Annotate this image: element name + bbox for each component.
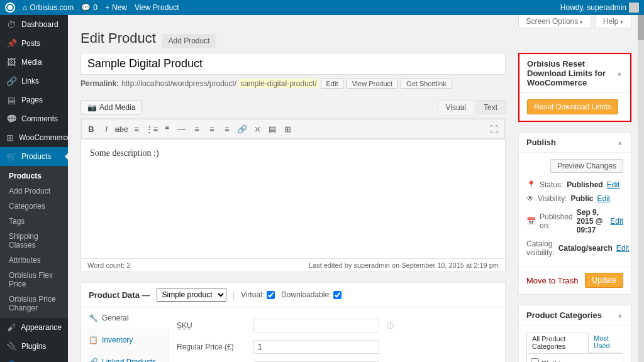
category-list[interactable]: Clothing Hoodies T-shirts Music Albums S… <box>526 353 623 362</box>
editor-tab-visual[interactable]: Visual <box>438 100 474 114</box>
sub-attributes[interactable]: Attributes <box>0 253 68 268</box>
pd-tab-inventory[interactable]: 📋Inventory <box>81 329 169 351</box>
status-edit-link[interactable]: Edit <box>607 180 620 189</box>
site-home[interactable]: ⌂Orbisius.com <box>23 3 74 12</box>
menu-links[interactable]: 🔗Links <box>0 72 68 90</box>
cat-tab-all[interactable]: All Product Categories <box>526 332 589 353</box>
view-product-button[interactable]: View Product <box>346 79 398 89</box>
ul-button[interactable]: ≡ <box>130 122 143 136</box>
toggle-icon[interactable]: ▲ <box>617 312 623 319</box>
link-icon: 🔗 <box>6 76 16 86</box>
add-media-button[interactable]: 📷Add Media <box>80 101 142 114</box>
permalink-edit-button[interactable]: Edit <box>321 79 344 89</box>
menu-comments[interactable]: 💬Comments <box>0 109 68 128</box>
menu-plugins[interactable]: 🔌Plugins <box>0 337 68 356</box>
catalog-label: Catalog visibility: <box>526 239 555 257</box>
avatar-icon <box>629 3 639 13</box>
fullscreen-button[interactable]: ⛶ <box>487 122 501 136</box>
help-tab[interactable]: Help <box>595 15 631 28</box>
catalog-edit-link[interactable]: Edit <box>616 244 630 253</box>
unlink-button[interactable]: ⤫ <box>250 122 264 136</box>
comments-link[interactable]: 💬0 <box>81 3 97 12</box>
visibility-edit-link[interactable]: Edit <box>597 194 610 203</box>
status-label: Status: <box>540 180 563 189</box>
status-value: Published <box>567 180 602 189</box>
shortlink-button[interactable]: Get Shortlink <box>401 79 452 89</box>
menu-media[interactable]: 🖼Media <box>0 53 68 72</box>
new-content[interactable]: +New <box>105 3 127 12</box>
downloadable-checkbox[interactable] <box>333 291 341 299</box>
published-label: Published on: <box>540 212 573 230</box>
toggle-icon[interactable]: ▲ <box>616 70 623 77</box>
sku-input[interactable] <box>253 319 379 332</box>
product-title-input[interactable] <box>80 53 506 75</box>
menu-pages[interactable]: ▤Pages <box>0 90 68 109</box>
ol-button[interactable]: ⋮≡ <box>145 122 158 136</box>
hr-button[interactable]: — <box>175 122 189 136</box>
preview-changes-button[interactable]: Preview Changes <box>550 159 623 173</box>
sub-tags[interactable]: Tags <box>0 214 68 229</box>
howdy[interactable]: Howdy, superadmin <box>560 3 639 13</box>
editor-tab-text[interactable]: Text <box>475 100 506 114</box>
sub-categories[interactable]: Categories <box>0 199 68 214</box>
editor-textarea[interactable]: Some description :) <box>80 140 506 259</box>
clipboard-icon: 📋 <box>89 336 98 344</box>
reset-download-limits-button[interactable]: Reset Download Limits <box>527 99 618 114</box>
word-count: Word count: 2 <box>87 261 130 269</box>
cat-clothing-checkbox[interactable] <box>531 358 539 362</box>
menu-dashboard[interactable]: ⏱Dashboard <box>0 15 68 34</box>
menu-users[interactable]: 👤Users <box>0 356 68 362</box>
link-button[interactable]: 🔗 <box>235 122 249 136</box>
sub-flex-price[interactable]: Orbisius Flex Price <box>0 268 68 292</box>
align-right-button[interactable]: ≡ <box>220 122 234 136</box>
dashboard-icon: ⏱ <box>6 19 16 30</box>
orbisius-box: Orbisius Reset Download Limits for WooCo… <box>518 53 631 122</box>
toggle-icon[interactable]: ▲ <box>617 139 623 146</box>
sub-products[interactable]: Products <box>0 168 68 184</box>
pd-tab-general[interactable]: 🔧General <box>81 307 169 329</box>
view-product-link[interactable]: View Product <box>135 3 179 12</box>
more-button[interactable]: ▤ <box>265 122 279 136</box>
align-left-button[interactable]: ≡ <box>190 122 204 136</box>
permalink-row: Permalink: http://localhost/wordpress/pr… <box>80 79 506 89</box>
product-type-select[interactable]: Simple product <box>157 288 226 302</box>
virtual-checkbox[interactable] <box>267 291 275 299</box>
menu-appearance[interactable]: 🖌Appearance <box>0 318 68 337</box>
published-edit-link[interactable]: Edit <box>610 217 623 226</box>
permalink-label: Permalink: <box>80 79 119 88</box>
menu-products[interactable]: 🛒Products <box>0 147 68 166</box>
strike-button[interactable]: abc <box>114 122 128 136</box>
pd-tab-linked[interactable]: 🔗Linked Products <box>81 351 169 362</box>
main-content: Screen Options Help Edit Product Add Pro… <box>68 15 644 362</box>
sub-price-changer[interactable]: Orbisius Price Changer <box>0 292 68 315</box>
align-center-button[interactable]: ≡ <box>205 122 219 136</box>
published-value: Sep 9, 2015 @ 09:37 <box>577 208 607 234</box>
bold-button[interactable]: B <box>84 122 98 136</box>
regular-price-label: Regular Price (£) <box>177 343 246 351</box>
move-to-trash-link[interactable]: Move to Trash <box>526 276 578 285</box>
cat-clothing-label: Clothing <box>541 359 569 362</box>
sku-help-icon[interactable]: ⓘ <box>387 321 394 331</box>
sub-shipping[interactable]: Shipping Classes <box>0 229 68 253</box>
italic-button[interactable]: I <box>99 122 113 136</box>
quote-button[interactable]: ❝ <box>160 122 174 136</box>
regular-price-input[interactable] <box>253 340 379 354</box>
orbisius-title: Orbisius Reset Download Limits for WooCo… <box>527 59 616 87</box>
screen-options-tab[interactable]: Screen Options <box>518 15 591 28</box>
virtual-label: Virtual: <box>241 290 264 299</box>
sku-label: SKU <box>177 321 246 330</box>
add-product-button[interactable]: Add Product <box>162 34 216 48</box>
menu-posts[interactable]: 📌Posts <box>0 34 68 53</box>
scrollbar[interactable] <box>638 15 644 362</box>
toolbar-toggle-button[interactable]: ⊞ <box>280 122 294 136</box>
sub-add-product[interactable]: Add Product <box>0 184 68 199</box>
update-button[interactable]: Update <box>585 273 623 288</box>
menu-woocommerce[interactable]: ⊞WooCommerce <box>0 128 68 147</box>
publish-box: Publish ▲ Preview Changes 📍Status:Publis… <box>518 132 631 295</box>
visibility-value: Public <box>570 194 593 203</box>
wp-logo[interactable] <box>5 3 15 13</box>
pin-icon: 📌 <box>6 38 16 48</box>
cat-tab-used[interactable]: Most Used <box>589 332 623 353</box>
product-data-title: Product Data — <box>89 290 150 300</box>
camera-icon: 📷 <box>87 103 97 112</box>
